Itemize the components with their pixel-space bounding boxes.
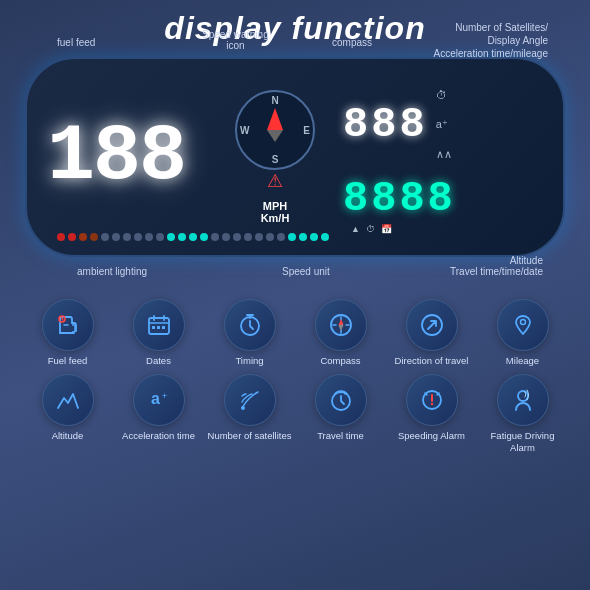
icon-mileage [497, 299, 549, 351]
light-gray-11 [255, 233, 263, 241]
icon-label-speeding-alarm: Speeding Alarm [398, 430, 465, 441]
hud-inner: 188 N S E W ⚠ MPH Km/H [47, 71, 543, 243]
icon-item-acceleration: a + Acceleration time [116, 374, 201, 453]
icon-direction [406, 299, 458, 351]
icon-label-travel-time: Travel time [317, 430, 364, 441]
light-cyan-3 [189, 233, 197, 241]
label-num-satellites: Number of Satellites/Display AngleAccele… [434, 21, 549, 60]
label-ambient: ambient lighting [77, 266, 147, 277]
icon-item-travel-time: Travel time [298, 374, 383, 453]
label-compass: compass [332, 37, 372, 48]
compass-e: E [303, 125, 310, 136]
light-cyan-5 [288, 233, 296, 241]
speed-section: 188 [47, 82, 207, 232]
icon-label-fatigue: Fatigue Driving Alarm [480, 430, 565, 453]
light-cyan-6 [299, 233, 307, 241]
icon-dates [133, 299, 185, 351]
bottom-digits-display: 8888 [343, 178, 456, 220]
svg-rect-2 [152, 326, 155, 329]
icon-item-dates: Dates [116, 299, 201, 366]
label-speed-warning: Speed warningicon [202, 29, 269, 51]
bottom-digits-row: 8888 [343, 178, 456, 220]
compass-section: N S E W ⚠ MPH Km/H [215, 90, 335, 224]
icon-fatigue [497, 374, 549, 426]
light-bar [57, 233, 533, 241]
light-cyan-8 [321, 233, 329, 241]
light-red-left [57, 233, 65, 241]
angle-icon: ∧∧ [436, 148, 452, 161]
bottom-icons-container: Fuel feed Dates [25, 299, 565, 453]
svg-point-16 [518, 391, 528, 401]
svg-point-12 [241, 406, 245, 410]
icon-item-satellites: Number of satellites [207, 374, 292, 453]
light-gray-7 [211, 233, 219, 241]
speed-value: 188 [47, 117, 185, 197]
light-gray-6 [156, 233, 164, 241]
icon-label-direction: Direction of travel [395, 355, 469, 366]
right-section: 888 ⏱ a⁺ ∧∧ 8888 ▲ ⏱ 📅 [343, 80, 543, 234]
icon-acceleration: a + [133, 374, 185, 426]
icon-label-mileage: Mileage [506, 355, 539, 366]
light-gray-2 [112, 233, 120, 241]
svg-rect-3 [157, 326, 160, 329]
accel-icon: a⁺ [436, 118, 452, 131]
light-red-3 [79, 233, 87, 241]
light-cyan-4 [200, 233, 208, 241]
compass-s: S [272, 154, 279, 165]
icon-satellites [224, 374, 276, 426]
svg-point-15 [430, 403, 432, 405]
icon-item-fatigue: Fatigue Driving Alarm [480, 374, 565, 453]
light-gray-5 [145, 233, 153, 241]
icon-label-satellites: Number of satellites [208, 430, 292, 441]
svg-point-9 [520, 320, 525, 325]
speed-unit-display: MPH Km/H [261, 200, 290, 224]
icon-label-fuel-feed: Fuel feed [48, 355, 88, 366]
icon-travel-time [315, 374, 367, 426]
label-speed-unit: Speed unit [282, 266, 330, 277]
light-red-2 [68, 233, 76, 241]
icon-item-direction: Direction of travel [389, 299, 474, 366]
svg-text:a: a [151, 390, 160, 407]
light-cyan-1 [167, 233, 175, 241]
light-gray-13 [277, 233, 285, 241]
light-gray-1 [101, 233, 109, 241]
light-gray-12 [266, 233, 274, 241]
icon-item-fuel-feed: Fuel feed [25, 299, 110, 366]
label-altitude: AltitudeTravel time/time/date [450, 255, 543, 277]
top-digits-display: 888 [343, 104, 428, 146]
icon-timing [224, 299, 276, 351]
icon-item-compass: Compass [298, 299, 383, 366]
light-gray-4 [134, 233, 142, 241]
icons-row-2: Altitude a + Acceleration time [25, 374, 565, 453]
clock-icon: ⏱ [436, 89, 452, 101]
hud-display: fuel feed Speed warningicon compass Numb… [25, 57, 565, 257]
light-gray-10 [244, 233, 252, 241]
icon-speeding-alarm [406, 374, 458, 426]
icon-label-compass: Compass [320, 355, 360, 366]
top-digits-row: 888 ⏱ a⁺ ∧∧ [343, 80, 452, 170]
light-cyan-2 [178, 233, 186, 241]
icon-altitude [42, 374, 94, 426]
main-container: display function fuel feed Speed warning… [0, 0, 590, 590]
svg-rect-4 [162, 326, 165, 329]
light-cyan-7 [310, 233, 318, 241]
icon-item-speeding-alarm: Speeding Alarm [389, 374, 474, 453]
icon-label-timing: Timing [235, 355, 263, 366]
compass-w: W [240, 125, 249, 136]
warning-icon: ⚠ [267, 170, 283, 192]
label-fuel-feed: fuel feed [57, 37, 95, 48]
icon-item-mileage: Mileage [480, 299, 565, 366]
icon-label-altitude: Altitude [52, 430, 84, 441]
compass-n: N [271, 95, 278, 106]
icon-label-acceleration: Acceleration time [122, 430, 195, 441]
icon-fuel-feed [42, 299, 94, 351]
icon-item-altitude: Altitude [25, 374, 110, 453]
icons-row-1: Fuel feed Dates [25, 299, 565, 366]
light-gray-9 [233, 233, 241, 241]
icon-label-dates: Dates [146, 355, 171, 366]
right-icons: ⏱ a⁺ ∧∧ [436, 80, 452, 170]
icon-item-timing: Timing [207, 299, 292, 366]
light-red-4 [90, 233, 98, 241]
light-gray-8 [222, 233, 230, 241]
light-gray-3 [123, 233, 131, 241]
